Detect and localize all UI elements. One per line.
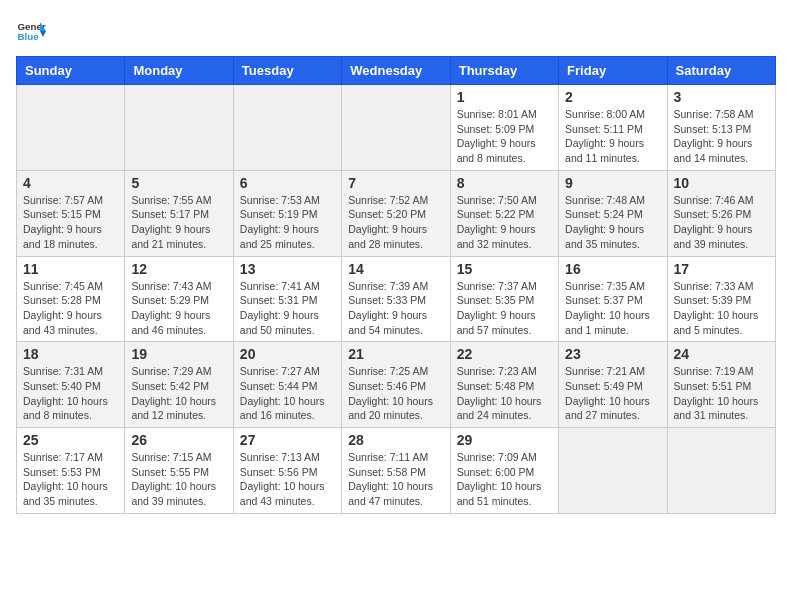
day-cell: 20Sunrise: 7:27 AM Sunset: 5:44 PM Dayli… [233, 342, 341, 428]
day-number: 24 [674, 346, 769, 362]
day-cell: 28Sunrise: 7:11 AM Sunset: 5:58 PM Dayli… [342, 428, 450, 514]
day-of-week-wednesday: Wednesday [342, 57, 450, 85]
day-number: 3 [674, 89, 769, 105]
day-cell [125, 85, 233, 171]
day-number: 5 [131, 175, 226, 191]
day-cell: 9Sunrise: 7:48 AM Sunset: 5:24 PM Daylig… [559, 170, 667, 256]
day-cell: 2Sunrise: 8:00 AM Sunset: 5:11 PM Daylig… [559, 85, 667, 171]
day-cell [342, 85, 450, 171]
week-row-4: 18Sunrise: 7:31 AM Sunset: 5:40 PM Dayli… [17, 342, 776, 428]
day-info: Sunrise: 7:33 AM Sunset: 5:39 PM Dayligh… [674, 279, 769, 338]
day-number: 27 [240, 432, 335, 448]
week-row-1: 1Sunrise: 8:01 AM Sunset: 5:09 PM Daylig… [17, 85, 776, 171]
day-info: Sunrise: 7:15 AM Sunset: 5:55 PM Dayligh… [131, 450, 226, 509]
week-row-3: 11Sunrise: 7:45 AM Sunset: 5:28 PM Dayli… [17, 256, 776, 342]
day-number: 21 [348, 346, 443, 362]
day-info: Sunrise: 7:46 AM Sunset: 5:26 PM Dayligh… [674, 193, 769, 252]
day-cell: 12Sunrise: 7:43 AM Sunset: 5:29 PM Dayli… [125, 256, 233, 342]
week-row-5: 25Sunrise: 7:17 AM Sunset: 5:53 PM Dayli… [17, 428, 776, 514]
calendar-body: 1Sunrise: 8:01 AM Sunset: 5:09 PM Daylig… [17, 85, 776, 514]
day-info: Sunrise: 7:58 AM Sunset: 5:13 PM Dayligh… [674, 107, 769, 166]
day-cell [559, 428, 667, 514]
day-number: 16 [565, 261, 660, 277]
day-info: Sunrise: 7:45 AM Sunset: 5:28 PM Dayligh… [23, 279, 118, 338]
day-number: 8 [457, 175, 552, 191]
day-number: 7 [348, 175, 443, 191]
calendar-table: SundayMondayTuesdayWednesdayThursdayFrid… [16, 56, 776, 514]
day-number: 17 [674, 261, 769, 277]
day-info: Sunrise: 7:31 AM Sunset: 5:40 PM Dayligh… [23, 364, 118, 423]
day-cell: 26Sunrise: 7:15 AM Sunset: 5:55 PM Dayli… [125, 428, 233, 514]
day-info: Sunrise: 7:41 AM Sunset: 5:31 PM Dayligh… [240, 279, 335, 338]
day-header-row: SundayMondayTuesdayWednesdayThursdayFrid… [17, 57, 776, 85]
day-cell: 3Sunrise: 7:58 AM Sunset: 5:13 PM Daylig… [667, 85, 775, 171]
logo-icon: General Blue [16, 16, 46, 46]
day-number: 4 [23, 175, 118, 191]
day-info: Sunrise: 7:43 AM Sunset: 5:29 PM Dayligh… [131, 279, 226, 338]
day-number: 15 [457, 261, 552, 277]
day-number: 6 [240, 175, 335, 191]
day-cell: 16Sunrise: 7:35 AM Sunset: 5:37 PM Dayli… [559, 256, 667, 342]
day-number: 26 [131, 432, 226, 448]
day-cell: 13Sunrise: 7:41 AM Sunset: 5:31 PM Dayli… [233, 256, 341, 342]
day-info: Sunrise: 7:17 AM Sunset: 5:53 PM Dayligh… [23, 450, 118, 509]
day-cell: 5Sunrise: 7:55 AM Sunset: 5:17 PM Daylig… [125, 170, 233, 256]
day-number: 28 [348, 432, 443, 448]
day-of-week-saturday: Saturday [667, 57, 775, 85]
day-of-week-monday: Monday [125, 57, 233, 85]
day-info: Sunrise: 7:57 AM Sunset: 5:15 PM Dayligh… [23, 193, 118, 252]
day-info: Sunrise: 7:29 AM Sunset: 5:42 PM Dayligh… [131, 364, 226, 423]
day-cell: 21Sunrise: 7:25 AM Sunset: 5:46 PM Dayli… [342, 342, 450, 428]
day-cell: 11Sunrise: 7:45 AM Sunset: 5:28 PM Dayli… [17, 256, 125, 342]
svg-marker-3 [40, 31, 46, 37]
day-number: 9 [565, 175, 660, 191]
day-cell: 24Sunrise: 7:19 AM Sunset: 5:51 PM Dayli… [667, 342, 775, 428]
day-cell: 7Sunrise: 7:52 AM Sunset: 5:20 PM Daylig… [342, 170, 450, 256]
day-info: Sunrise: 7:35 AM Sunset: 5:37 PM Dayligh… [565, 279, 660, 338]
svg-text:Blue: Blue [18, 31, 40, 42]
day-cell: 27Sunrise: 7:13 AM Sunset: 5:56 PM Dayli… [233, 428, 341, 514]
day-cell [233, 85, 341, 171]
day-number: 14 [348, 261, 443, 277]
week-row-2: 4Sunrise: 7:57 AM Sunset: 5:15 PM Daylig… [17, 170, 776, 256]
day-number: 22 [457, 346, 552, 362]
day-info: Sunrise: 7:52 AM Sunset: 5:20 PM Dayligh… [348, 193, 443, 252]
day-number: 1 [457, 89, 552, 105]
day-cell: 18Sunrise: 7:31 AM Sunset: 5:40 PM Dayli… [17, 342, 125, 428]
day-cell: 17Sunrise: 7:33 AM Sunset: 5:39 PM Dayli… [667, 256, 775, 342]
day-number: 25 [23, 432, 118, 448]
day-info: Sunrise: 7:53 AM Sunset: 5:19 PM Dayligh… [240, 193, 335, 252]
day-info: Sunrise: 7:21 AM Sunset: 5:49 PM Dayligh… [565, 364, 660, 423]
day-cell: 23Sunrise: 7:21 AM Sunset: 5:49 PM Dayli… [559, 342, 667, 428]
day-info: Sunrise: 7:25 AM Sunset: 5:46 PM Dayligh… [348, 364, 443, 423]
day-number: 13 [240, 261, 335, 277]
day-number: 10 [674, 175, 769, 191]
day-cell: 15Sunrise: 7:37 AM Sunset: 5:35 PM Dayli… [450, 256, 558, 342]
day-number: 12 [131, 261, 226, 277]
day-info: Sunrise: 8:01 AM Sunset: 5:09 PM Dayligh… [457, 107, 552, 166]
day-cell [17, 85, 125, 171]
day-cell: 10Sunrise: 7:46 AM Sunset: 5:26 PM Dayli… [667, 170, 775, 256]
day-number: 20 [240, 346, 335, 362]
day-info: Sunrise: 7:48 AM Sunset: 5:24 PM Dayligh… [565, 193, 660, 252]
day-cell: 14Sunrise: 7:39 AM Sunset: 5:33 PM Dayli… [342, 256, 450, 342]
day-of-week-friday: Friday [559, 57, 667, 85]
day-number: 19 [131, 346, 226, 362]
day-cell: 1Sunrise: 8:01 AM Sunset: 5:09 PM Daylig… [450, 85, 558, 171]
day-info: Sunrise: 7:09 AM Sunset: 6:00 PM Dayligh… [457, 450, 552, 509]
day-cell: 29Sunrise: 7:09 AM Sunset: 6:00 PM Dayli… [450, 428, 558, 514]
logo: General Blue [16, 16, 46, 46]
day-cell: 4Sunrise: 7:57 AM Sunset: 5:15 PM Daylig… [17, 170, 125, 256]
day-info: Sunrise: 7:27 AM Sunset: 5:44 PM Dayligh… [240, 364, 335, 423]
calendar-header: SundayMondayTuesdayWednesdayThursdayFrid… [17, 57, 776, 85]
day-of-week-sunday: Sunday [17, 57, 125, 85]
day-info: Sunrise: 7:13 AM Sunset: 5:56 PM Dayligh… [240, 450, 335, 509]
day-info: Sunrise: 7:50 AM Sunset: 5:22 PM Dayligh… [457, 193, 552, 252]
day-info: Sunrise: 7:55 AM Sunset: 5:17 PM Dayligh… [131, 193, 226, 252]
day-cell: 6Sunrise: 7:53 AM Sunset: 5:19 PM Daylig… [233, 170, 341, 256]
day-info: Sunrise: 8:00 AM Sunset: 5:11 PM Dayligh… [565, 107, 660, 166]
page-header: General Blue [16, 16, 776, 46]
day-cell: 22Sunrise: 7:23 AM Sunset: 5:48 PM Dayli… [450, 342, 558, 428]
day-cell [667, 428, 775, 514]
day-info: Sunrise: 7:11 AM Sunset: 5:58 PM Dayligh… [348, 450, 443, 509]
